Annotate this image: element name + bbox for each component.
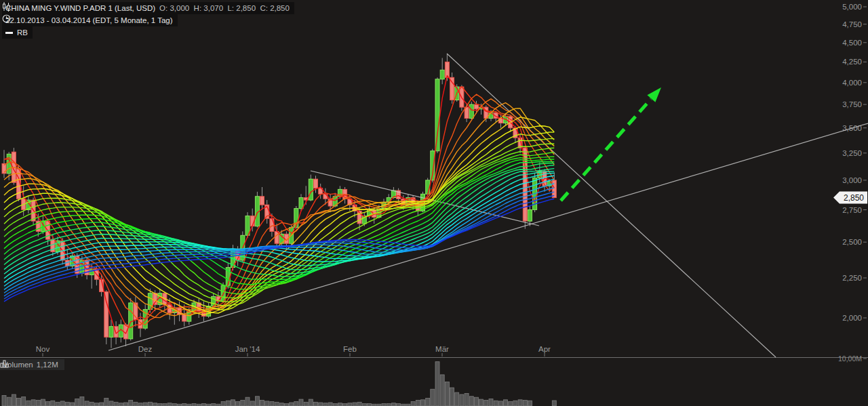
volume-bar xyxy=(31,400,35,406)
candle-up xyxy=(440,70,444,79)
volume-bar xyxy=(523,401,527,406)
volume-bar xyxy=(94,403,98,406)
candle-up xyxy=(109,327,113,338)
volume-bar xyxy=(129,401,133,406)
candle-down xyxy=(104,291,108,337)
candle-down xyxy=(182,314,186,321)
y-axis-label: 4,250 xyxy=(842,58,862,66)
volume-bar xyxy=(138,403,142,406)
candle-up xyxy=(309,179,313,200)
x-axis-label: Mär xyxy=(435,345,449,353)
volume-legend[interactable]: Volumen 1,12M xyxy=(0,359,64,370)
candle-down xyxy=(314,179,318,188)
arrow-head[interactable] xyxy=(647,87,661,102)
x-axis-label: Apr xyxy=(538,345,551,353)
volume-bar xyxy=(104,399,108,406)
volume-bar xyxy=(124,403,128,406)
volume-bar xyxy=(469,397,473,406)
volume-bar xyxy=(85,401,89,406)
volume-bar xyxy=(411,402,415,406)
candle-up xyxy=(7,154,11,174)
volume-bar xyxy=(304,402,308,406)
candles-layer xyxy=(2,54,556,348)
volume-bar xyxy=(426,399,430,406)
volume-bar xyxy=(504,400,508,406)
trendline[interactable] xyxy=(447,54,776,357)
volume-bar xyxy=(479,399,484,406)
volume-bar xyxy=(509,402,513,406)
x-axis: NovDezJan '14FebMärApr xyxy=(36,345,551,357)
y-axis-label: 2,750 xyxy=(842,206,862,214)
candle-down xyxy=(552,180,556,198)
indicator-legend[interactable]: RB xyxy=(2,26,33,39)
volume-bar xyxy=(260,401,264,406)
volume-bar xyxy=(245,397,250,406)
price-chart-canvas[interactable]: NovDezJan '14FebMärApr5,0004,7504,5004,2… xyxy=(0,0,868,406)
y-axis-label: 2,250 xyxy=(842,274,862,282)
volume-bar xyxy=(484,401,488,406)
volume-bar xyxy=(134,402,138,406)
rainbow-ma-line xyxy=(4,126,554,313)
volume-bar xyxy=(26,401,31,406)
volume-bar xyxy=(275,402,279,406)
volume-bar xyxy=(357,402,361,406)
volume-bar xyxy=(236,402,240,406)
volume-bar xyxy=(75,399,79,406)
arrow-shaft[interactable] xyxy=(561,99,651,201)
candle-down xyxy=(475,104,479,109)
volume-bar xyxy=(158,404,162,406)
pane-separator[interactable]: 10,00M xyxy=(0,354,868,363)
volume-bar xyxy=(455,392,459,406)
volume-bar xyxy=(90,402,94,406)
volume-bar xyxy=(333,404,337,406)
volume-bar xyxy=(435,362,439,406)
volume-bar xyxy=(172,404,176,406)
candle-down xyxy=(260,197,264,205)
volume-bar xyxy=(518,400,522,406)
y-axis-label: 2,000 xyxy=(842,314,862,322)
projection-arrow[interactable] xyxy=(561,87,661,201)
y-axis-label: 3,250 xyxy=(842,149,862,157)
volume-bar xyxy=(290,403,294,406)
volume-bar xyxy=(201,404,205,406)
volume-bar xyxy=(460,394,464,406)
volume-axis-label: 10,00M xyxy=(838,354,862,363)
volume-bar xyxy=(387,404,391,406)
volume-bar xyxy=(270,402,274,406)
volume-bar xyxy=(231,400,235,406)
volume-bar xyxy=(7,397,11,406)
volume-bar xyxy=(265,401,269,406)
volume-value: 1,12M xyxy=(37,361,58,369)
volume-bar xyxy=(255,397,259,406)
volume-bar xyxy=(46,402,50,406)
date-range-row: 22.10.2013 - 03.04.2014 (EDT, 5 Monate, … xyxy=(2,14,178,26)
volume-bar xyxy=(60,401,64,406)
volume-bar xyxy=(167,403,172,406)
volume-bar xyxy=(382,404,386,406)
volume-bar xyxy=(309,399,313,406)
volume-bar xyxy=(319,403,323,406)
volume-bar xyxy=(489,399,493,406)
volume-bar xyxy=(445,382,449,406)
instrument-title: CHINA MING Y.WIND P.ADR 1 (Last, USD) xyxy=(5,4,155,12)
rainbow-ma-line xyxy=(4,87,554,328)
volume-icon xyxy=(0,359,9,368)
volume-bar xyxy=(36,401,40,406)
volume-bar xyxy=(498,401,502,406)
volume-bar xyxy=(182,404,186,406)
instrument-header: CHINA MING Y.WIND P.ADR 1 (Last, USD) O:… xyxy=(2,2,294,14)
last-price-badge: 2,850 xyxy=(833,192,867,204)
y-axis: 5,0004,7504,5004,2504,0003,7503,5003,250… xyxy=(842,3,867,322)
volume-bar xyxy=(17,399,21,406)
volume-bar xyxy=(362,404,366,406)
volume-bar xyxy=(314,402,318,406)
volume-bar xyxy=(343,404,347,406)
volume-bar xyxy=(284,404,288,406)
volume-bar xyxy=(221,402,225,406)
volume-bar xyxy=(109,401,113,406)
date-range: 22.10.2013 - 03.04.2014 (EDT, 5 Monate, … xyxy=(5,16,173,24)
y-axis-label: 4,500 xyxy=(842,39,862,47)
volume-bar xyxy=(513,401,517,406)
volume-bar xyxy=(294,402,298,406)
volume-bar xyxy=(192,404,196,406)
